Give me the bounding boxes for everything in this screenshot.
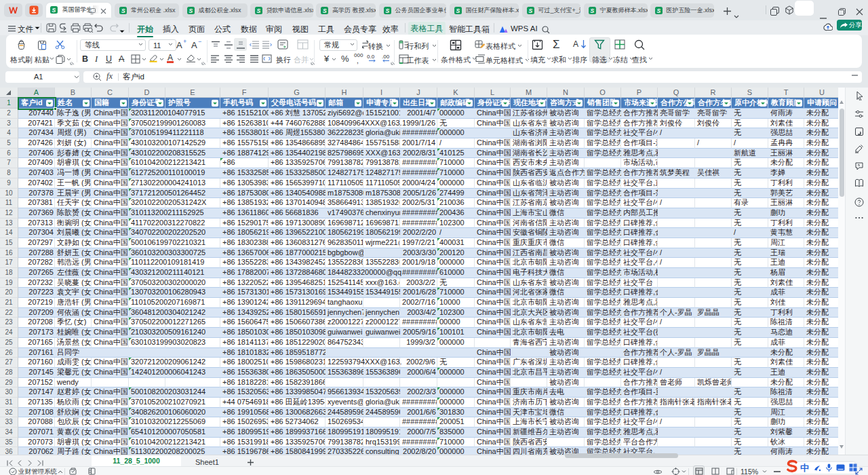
svg-text:0.0: 0.0	[367, 54, 375, 60]
svg-text:.00: .00	[382, 54, 390, 60]
